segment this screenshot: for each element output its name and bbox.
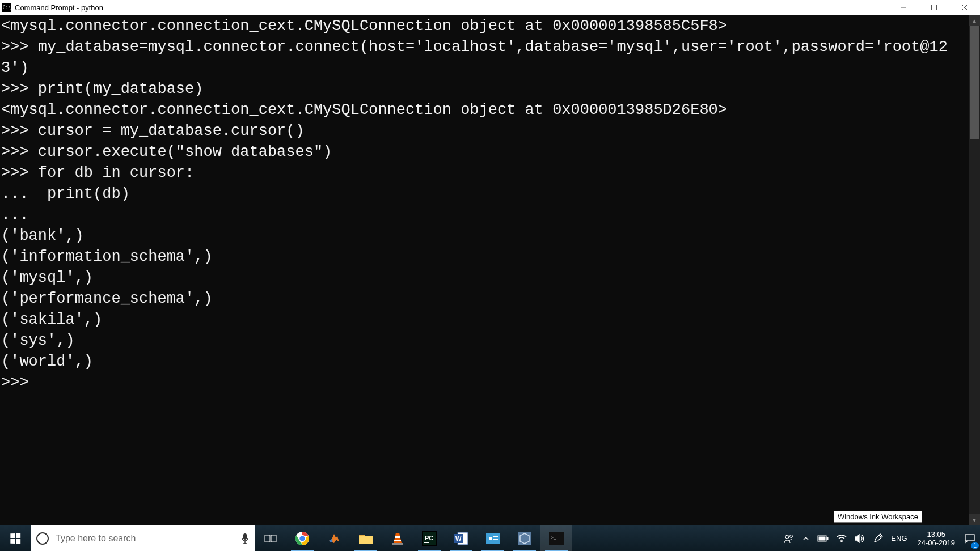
- svg-rect-5: [265, 535, 270, 542]
- control-panel-icon: [486, 532, 500, 545]
- matlab-icon: [327, 532, 341, 545]
- mic-icon[interactable]: [241, 533, 249, 544]
- word-taskbar-button[interactable]: W: [445, 525, 477, 551]
- svg-point-21: [489, 537, 492, 540]
- matlab-taskbar-button[interactable]: [318, 525, 350, 551]
- console-output[interactable]: <mysql.connector.connection_cext.CMySQLC…: [0, 15, 969, 525]
- ink-workspace-tray-icon[interactable]: [869, 525, 886, 551]
- chevron-up-icon: [802, 535, 809, 542]
- netbeans-icon: [518, 532, 531, 545]
- cmd-taskbar-button[interactable]: >_: [540, 525, 572, 551]
- wifi-icon: [837, 535, 847, 542]
- tray-overflow-button[interactable]: [799, 525, 813, 551]
- svg-rect-10: [395, 536, 400, 538]
- windows-logo-icon: [10, 533, 20, 544]
- pycharm-icon: PC: [422, 531, 437, 546]
- minimize-button[interactable]: [888, 0, 919, 15]
- cortana-icon: [36, 532, 49, 545]
- battery-tray-icon[interactable]: [814, 525, 832, 551]
- titlebar[interactable]: C:\ Command Prompt - python: [0, 0, 980, 15]
- svg-point-27: [785, 535, 789, 539]
- console-area: <mysql.connector.connection_cext.CMySQLC…: [0, 15, 980, 525]
- vertical-scrollbar[interactable]: ▲ ▼: [969, 15, 980, 525]
- svg-point-32: [841, 541, 842, 542]
- vlc-taskbar-button[interactable]: [382, 525, 413, 551]
- clock-date: 24-06-2019: [918, 539, 956, 547]
- svg-point-9: [299, 535, 306, 541]
- svg-rect-1: [932, 5, 937, 10]
- battery-icon: [817, 535, 829, 542]
- close-icon: [961, 4, 968, 11]
- word-icon: W: [454, 532, 468, 545]
- search-box[interactable]: Type here to search: [31, 525, 255, 551]
- chrome-icon: [295, 531, 310, 546]
- svg-text:>_: >_: [551, 535, 556, 540]
- pycharm-taskbar-button[interactable]: PC: [413, 525, 445, 551]
- system-tray: ENG 13:05 24-06-2019 1: [780, 525, 980, 551]
- window-controls: [888, 0, 980, 15]
- speaker-icon: [855, 534, 865, 543]
- chrome-taskbar-button[interactable]: [286, 525, 318, 551]
- wifi-tray-icon[interactable]: [833, 525, 850, 551]
- file-explorer-taskbar-button[interactable]: [350, 525, 382, 551]
- scroll-down-arrow[interactable]: ▼: [969, 514, 980, 525]
- svg-rect-30: [827, 537, 828, 540]
- language-indicator[interactable]: ENG: [888, 525, 910, 551]
- task-view-button[interactable]: [255, 525, 286, 551]
- clock[interactable]: 13:05 24-06-2019: [912, 530, 961, 547]
- start-button[interactable]: [0, 525, 31, 551]
- svg-point-28: [790, 535, 793, 537]
- svg-rect-22: [493, 536, 498, 537]
- maximize-button[interactable]: [919, 0, 949, 15]
- close-button[interactable]: [949, 0, 980, 15]
- svg-rect-23: [493, 539, 498, 540]
- action-center-button[interactable]: 1: [962, 533, 978, 544]
- people-icon: [783, 533, 795, 544]
- vlc-icon: [391, 532, 404, 545]
- volume-tray-icon[interactable]: [851, 525, 868, 551]
- svg-rect-33: [965, 535, 974, 541]
- task-view-icon: [264, 533, 277, 544]
- scroll-up-arrow[interactable]: ▲: [969, 15, 980, 26]
- maximize-icon: [931, 4, 937, 11]
- svg-rect-6: [271, 535, 276, 542]
- minimize-icon: [900, 4, 907, 11]
- svg-rect-16: [424, 542, 429, 543]
- scroll-thumb[interactable]: [970, 26, 979, 139]
- tray-tooltip: Windows Ink Workspace: [834, 511, 922, 523]
- clock-time: 13:05: [918, 530, 956, 539]
- notification-badge: 1: [971, 542, 979, 549]
- svg-rect-4: [243, 533, 247, 540]
- svg-text:W: W: [455, 535, 462, 542]
- people-tray-icon[interactable]: [780, 525, 798, 551]
- svg-rect-11: [394, 540, 401, 541]
- window-title: Command Prompt - python: [15, 3, 103, 12]
- taskbar-buttons: PC W >_: [255, 525, 572, 551]
- terminal-icon: >_: [549, 532, 564, 545]
- pen-icon: [873, 533, 883, 544]
- app-taskbar-button[interactable]: [509, 525, 540, 551]
- search-placeholder: Type here to search: [56, 533, 241, 544]
- folder-icon: [358, 532, 373, 545]
- cmd-icon: C:\: [2, 3, 11, 12]
- svg-rect-31: [819, 537, 825, 540]
- svg-text:PC: PC: [425, 535, 433, 541]
- settings-taskbar-button[interactable]: [477, 525, 509, 551]
- taskbar: Type here to search PC W >_: [0, 525, 980, 551]
- svg-rect-12: [392, 543, 403, 545]
